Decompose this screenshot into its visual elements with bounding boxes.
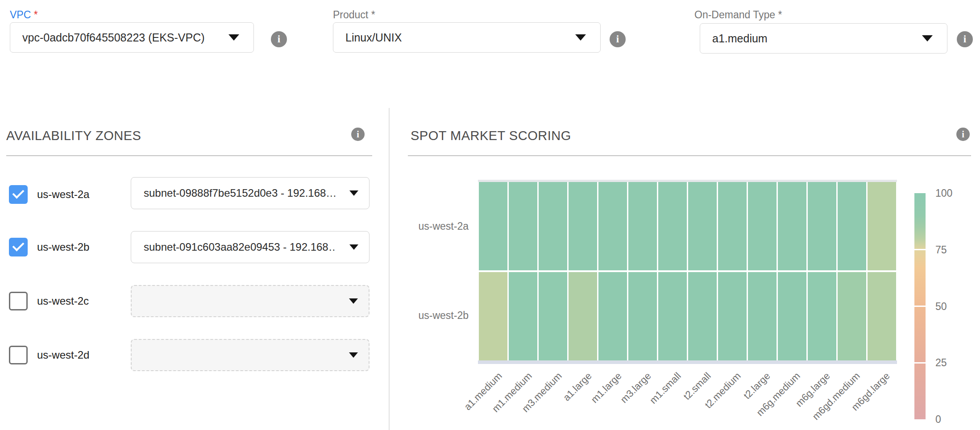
heatmap-cell xyxy=(509,272,537,360)
heatmap-cell xyxy=(569,182,597,270)
colorbar-tick xyxy=(914,249,926,250)
heatmap-cell xyxy=(628,182,657,270)
on-demand-type-info-icon[interactable]: i xyxy=(957,31,973,47)
heatmap-cell xyxy=(778,182,806,270)
chevron-down-icon xyxy=(349,244,358,250)
heatmap-cell xyxy=(688,182,717,270)
checkbox-us-west-2d[interactable] xyxy=(9,346,28,364)
zone-label-us-west-2a: us-west-2a xyxy=(37,188,89,201)
vpc-select[interactable]: vpc-0adcb70f645508223 (EKS-VPC) xyxy=(10,22,254,53)
heatmap-cell xyxy=(688,272,717,360)
colorbar-tick xyxy=(914,306,926,307)
zone-label-us-west-2d: us-west-2d xyxy=(37,348,89,362)
heatmap-cell xyxy=(509,182,537,270)
product-label: Product * xyxy=(333,9,375,21)
chevron-down-icon xyxy=(349,352,358,358)
heatmap-cell xyxy=(658,182,687,270)
heatmap-y-label: us-west-2b xyxy=(393,310,469,322)
chevron-down-icon xyxy=(575,34,586,41)
chevron-down-icon xyxy=(349,298,358,304)
heatmap-cell xyxy=(628,272,657,360)
subnet-select-us-west-2c[interactable] xyxy=(131,285,370,317)
availability-zones-divider xyxy=(6,155,372,156)
vpc-required-asterisk: * xyxy=(31,9,37,21)
product-select-value: Linux/UNIX xyxy=(345,31,402,44)
heatmap-bottom-strip xyxy=(478,360,897,364)
heatmap-cell xyxy=(718,182,747,270)
heatmap-cell xyxy=(808,182,836,270)
colorbar-tick-label: 100 xyxy=(935,187,952,199)
checkbox-us-west-2b[interactable] xyxy=(9,238,28,256)
subnet-select-value: subnet-09888f7be5152d0e3 - 192.168… xyxy=(144,187,336,199)
vpc-info-icon[interactable]: i xyxy=(271,31,287,47)
heatmap-cell xyxy=(539,182,567,270)
heatmap-cell xyxy=(539,272,567,360)
availability-zones-title: AVAILABILITY ZONES xyxy=(6,128,141,143)
checkbox-us-west-2c[interactable] xyxy=(9,292,28,310)
heatmap-x-label: a1.large xyxy=(561,370,594,404)
product-info-icon[interactable]: i xyxy=(610,31,626,47)
heatmap-cell xyxy=(598,182,627,270)
spot-console-screen: VPC * vpc-0adcb70f645508223 (EKS-VPC) i … xyxy=(0,0,980,430)
chevron-down-icon xyxy=(349,190,358,196)
zone-label-us-west-2c: us-west-2c xyxy=(37,294,89,308)
chevron-down-icon xyxy=(228,34,239,41)
colorbar-tick-label: 0 xyxy=(935,413,941,426)
spot-market-scoring-title: SPOT MARKET SCORING xyxy=(411,128,571,143)
zone-label-us-west-2b: us-west-2b xyxy=(37,240,89,254)
heatmap-cell xyxy=(658,272,687,360)
heatmap-cell xyxy=(479,272,507,360)
chevron-down-icon xyxy=(922,35,933,41)
heatmap-cell xyxy=(718,272,747,360)
colorbar-tick-label: 50 xyxy=(935,301,947,313)
heatmap-cell xyxy=(778,272,806,360)
heatmap-cell xyxy=(838,272,866,360)
heatmap-cell xyxy=(868,182,896,270)
heatmap-cell xyxy=(868,272,896,360)
vpc-select-value: vpc-0adcb70f645508223 (EKS-VPC) xyxy=(22,31,205,44)
on-demand-type-select[interactable]: a1.medium xyxy=(700,23,947,54)
vpc-label: VPC * xyxy=(10,9,38,21)
colorbar-tick-label: 75 xyxy=(935,244,947,256)
heatmap-x-label: m1.large xyxy=(589,370,624,405)
heatmap-x-label: m3.large xyxy=(619,370,654,405)
spot-market-scoring-info-icon[interactable]: i xyxy=(956,128,970,141)
heatmap-cell xyxy=(598,272,627,360)
heatmap-cell xyxy=(569,272,597,360)
subnet-select-us-west-2a[interactable]: subnet-09888f7be5152d0e3 - 192.168… xyxy=(131,177,370,209)
heatmap-x-label: m1.small xyxy=(648,370,684,406)
availability-zones-info-icon[interactable]: i xyxy=(351,128,365,141)
subnet-select-us-west-2d[interactable] xyxy=(131,339,370,371)
heatmap-grid xyxy=(479,182,896,360)
heatmap-cell xyxy=(748,272,777,360)
subnet-select-us-west-2b[interactable]: subnet-091c603aa82e09453 - 192.168… xyxy=(131,231,370,263)
heatmap-cell xyxy=(838,182,866,270)
heatmap-y-label: us-west-2a xyxy=(393,220,469,232)
colorbar-tick xyxy=(914,362,926,364)
heatmap-cell xyxy=(479,182,507,270)
heatmap-cell xyxy=(808,272,836,360)
heatmap-cell xyxy=(748,182,777,270)
vpc-label-text: VPC xyxy=(10,9,31,21)
product-select[interactable]: Linux/UNIX xyxy=(333,22,601,53)
spot-market-scoring-divider xyxy=(408,155,971,156)
checkbox-us-west-2a[interactable] xyxy=(9,185,28,204)
section-vertical-divider xyxy=(389,108,390,430)
subnet-select-value: subnet-091c603aa82e09453 - 192.168… xyxy=(144,241,336,253)
on-demand-type-select-value: a1.medium xyxy=(712,32,768,45)
colorbar-tick-label: 25 xyxy=(935,357,947,369)
on-demand-type-label: On-Demand Type * xyxy=(694,9,782,21)
